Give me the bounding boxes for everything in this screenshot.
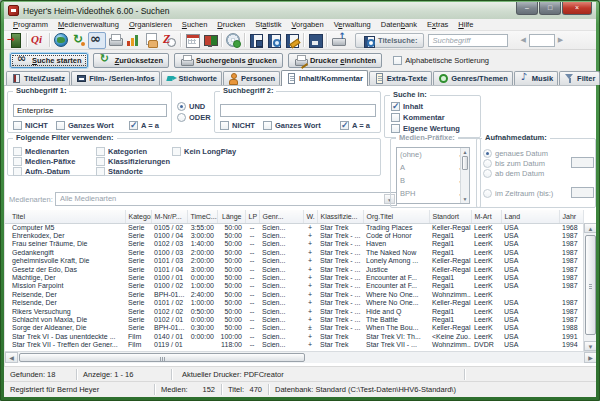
checkbox-kein-longplay[interactable]: Kein LongPlay — [172, 147, 236, 156]
checkbox-standorte[interactable]: Standorte — [96, 167, 143, 176]
statistics-button[interactable] — [124, 32, 142, 49]
table-row[interactable]: GedankengiftSerie0100 / 032:00:0050:00--… — [5, 249, 583, 257]
checkbox-nicht[interactable]: NICHT — [220, 121, 255, 130]
titelsuche-button[interactable]: Titelsuche: — [355, 33, 424, 48]
nav-next-icon[interactable]: ▶ — [558, 36, 563, 44]
column-header-m-nr-p[interactable]: M-Nr/P... — [151, 210, 187, 223]
date-input[interactable] — [571, 157, 594, 168]
tab-personen[interactable]: Personen — [223, 71, 280, 85]
tv-button[interactable] — [201, 32, 219, 49]
search-binoculars-button[interactable] — [88, 32, 106, 49]
radio-ab-dem-datum[interactable]: ab dem Datum — [483, 169, 544, 178]
table-row[interactable]: Star Trek VII - Treffen der Gener...Film… — [5, 341, 583, 349]
scroll-up-icon[interactable]: ▲ — [584, 223, 596, 233]
nav-position-input[interactable] — [529, 34, 555, 47]
checkbox-a-a[interactable]: A = a — [340, 121, 370, 130]
table-row[interactable]: Sorge der Aldeaner, DieSerieBPH-01...0:3… — [5, 324, 583, 332]
table-row[interactable]: Schlacht von Maxia, DieSerie0102 / 010:0… — [5, 316, 583, 324]
scrollbar-thumb[interactable] — [19, 353, 305, 362]
praefixe-list[interactable]: (ohne)✓A✓B✓BPH✓ ▲ ▼ — [396, 147, 470, 204]
table-row[interactable]: Mission FarpointSerie0100 / 021:00:0050:… — [5, 282, 583, 290]
zurücksetzen-button[interactable]: Zurücksetzen — [93, 53, 169, 68]
table-row[interactable]: Star Trek VI - Das unentdeckte ...Film01… — [5, 333, 583, 341]
globe-button[interactable] — [52, 32, 70, 49]
checkbox-kommentar[interactable]: Kommentar — [391, 113, 445, 122]
scroll-left-icon[interactable]: ◀ — [5, 352, 18, 363]
scrollbar-thumb[interactable] — [462, 156, 468, 170]
list-item-ohne[interactable]: (ohne)✓ — [397, 148, 469, 161]
date-input[interactable] — [571, 187, 594, 198]
menu-item-programm[interactable]: Programm — [8, 20, 53, 29]
checkbox-nicht[interactable]: NICHT — [13, 121, 48, 130]
column-header-lp[interactable]: LP — [245, 210, 259, 223]
maximize-button[interactable]: □ — [539, 2, 561, 15]
suchbegriff2-input[interactable] — [220, 104, 376, 117]
menu-item-medienverwaltung[interactable]: Medienverwaltung — [53, 20, 124, 29]
close-button[interactable]: × — [562, 2, 592, 15]
radio-genaues-datum[interactable]: genaues Datum — [483, 149, 548, 158]
column-header-titel[interactable]: Titel — [5, 210, 125, 223]
menu-item-suchen[interactable]: Suchen — [177, 20, 212, 29]
suche-starten-button[interactable]: Suche starten — [10, 53, 88, 68]
table-row[interactable]: Reisende, DerSerie0101 / 021:00:0050:00-… — [5, 299, 583, 307]
menu-item-datenbank[interactable]: Datenbank — [376, 20, 422, 29]
exit-door-button[interactable] — [6, 32, 24, 49]
scroll-up-icon[interactable]: ▲ — [461, 149, 469, 155]
tab-titel-zusatz[interactable]: Titel/Zusatz — [6, 71, 70, 85]
table-row[interactable]: geheimnisvolle Kraft, DieSerie0101 / 032… — [5, 257, 583, 265]
menu-item-extras[interactable]: Extras — [422, 20, 453, 29]
suchergebnis-drucken-button[interactable]: Suchergebnis drucken — [174, 53, 283, 68]
disk-button[interactable] — [306, 32, 324, 49]
scroll-down-icon[interactable]: ▼ — [584, 341, 596, 351]
checkbox-medien-päfixe[interactable]: Medien-Päfixe — [13, 157, 75, 166]
checkbox-ganzes-wort[interactable]: Ganzes Wort — [56, 121, 114, 130]
tab-musik[interactable]: Musik — [514, 71, 558, 85]
column-header-standort[interactable]: Standort — [429, 210, 471, 223]
tab-inhalt-kommentar[interactable]: Inhalt/Kommentar — [281, 70, 368, 86]
calendar-button[interactable] — [183, 32, 201, 49]
vertical-scrollbar[interactable]: ▲ ▼ — [583, 223, 596, 351]
tab-filter[interactable]: Filter — [559, 71, 600, 85]
column-header-jahr[interactable]: Jahr — [559, 210, 583, 223]
list-item-a[interactable]: A✓ — [397, 161, 469, 174]
checkbox-kategorien[interactable]: Kategorien — [96, 147, 147, 156]
table-row[interactable]: Gesetz der Edo, DasSerie0101 / 043:00:00… — [5, 266, 583, 274]
scroll-down-icon[interactable]: ▼ — [461, 196, 469, 202]
menu-item-verwaltung[interactable]: Verwaltung — [329, 20, 376, 29]
column-header-länge[interactable]: Länge — [217, 210, 245, 223]
list-item-b[interactable]: B✓ — [397, 174, 469, 187]
praefixe-scrollbar[interactable]: ▲ ▼ — [460, 148, 469, 203]
tab-film-serien-infos[interactable]: Film- /Serien-Infos — [71, 71, 159, 85]
scrollbar-thumb[interactable] — [585, 235, 596, 335]
book-save-button[interactable] — [247, 32, 265, 49]
radio-bis-zum-datum[interactable]: bis zum Datum — [483, 159, 545, 168]
table-row[interactable]: Ehrenkodex, DerSerie0100 / 043:00:0050:0… — [5, 232, 583, 240]
book-edit-button[interactable] — [283, 32, 301, 49]
tab-stichworte[interactable]: Stichworte — [161, 71, 222, 85]
table-row[interactable]: Rikers VersuchungSerie0102 / 020:50:0050… — [5, 308, 583, 316]
tab-genres-themen[interactable]: Genres/Themen — [433, 71, 513, 85]
scroll-right-icon[interactable]: ▶ — [584, 352, 596, 363]
radio-im-zeitraum-bis[interactable]: im Zeitraum (bis:) — [483, 189, 553, 198]
column-header-land[interactable]: Land — [501, 210, 559, 223]
column-header-timec[interactable]: TimeC... — [187, 210, 217, 223]
checkbox-inhalt[interactable]: Inhalt — [391, 102, 423, 111]
minimize-button[interactable]: – — [516, 2, 538, 15]
titelsuche-input[interactable] — [428, 34, 508, 47]
qi-logo-button[interactable] — [29, 32, 47, 49]
menu-item-organisieren[interactable]: Organisieren — [124, 20, 177, 29]
checkbox-aufn-datum[interactable]: Aufn.-Datum — [13, 167, 70, 176]
drucker-einrichten-button[interactable]: Drucker einrichten — [288, 53, 382, 68]
radio-oder[interactable]: ODER — [177, 113, 211, 122]
horizontal-scrollbar[interactable]: ◀ ▶ — [5, 351, 596, 363]
checkbox-a-a[interactable]: A = a — [129, 121, 159, 130]
table-row[interactable]: Reisende, DerSerieBPH-01...2:40:0050:00-… — [5, 291, 583, 299]
table-row[interactable]: Computer M5Serie0105 / 023:55:0050:00--S… — [5, 224, 583, 232]
cd-button[interactable] — [224, 32, 242, 49]
printer-button[interactable] — [106, 32, 124, 49]
medienarten-combobox[interactable]: Alle Medienarten ▼ — [55, 192, 397, 206]
refresh-button[interactable] — [70, 32, 88, 49]
column-header-org-titel[interactable]: Org.Titel — [363, 210, 429, 223]
checkbox-ganzes-wort[interactable]: Ganzes Wort — [263, 121, 321, 130]
column-header-kategorie[interactable]: Kategorie — [125, 210, 151, 223]
